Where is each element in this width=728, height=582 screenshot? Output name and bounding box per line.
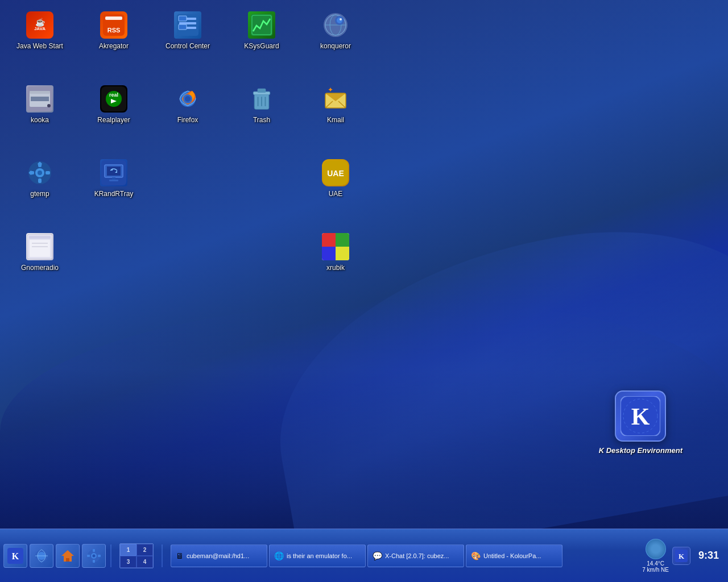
svg-rect-78 xyxy=(93,549,95,552)
icon-label-realplayer: Realplayer xyxy=(97,116,130,124)
taskbar-separator-2 xyxy=(162,544,163,567)
svg-text:K: K xyxy=(679,552,685,560)
icon-label-java: Java Web Start xyxy=(16,42,63,50)
svg-rect-79 xyxy=(93,560,95,563)
virtual-desktop-4[interactable]: 4 xyxy=(136,556,153,568)
virtual-desktop-2[interactable]: 2 xyxy=(136,544,153,556)
svg-point-22 xyxy=(47,104,51,107)
weather-icon xyxy=(646,539,666,559)
desktop: ☕ JAVA Java Web Start RSS Akregator xyxy=(0,0,728,529)
virtual-desktops[interactable]: 1 2 3 4 xyxy=(119,543,154,568)
svg-point-77 xyxy=(93,554,96,557)
terminal-task-label: cubeman@mail:/hd1... xyxy=(187,552,249,559)
desktop-icon-konqueror[interactable]: konqueror xyxy=(301,6,370,80)
svg-rect-54 xyxy=(107,167,121,176)
kde-gear-icon: K xyxy=(615,390,666,442)
desktop-icon-java-web-start[interactable]: ☕ JAVA Java Web Start xyxy=(6,6,74,80)
icon-label-control-center: Control Center xyxy=(166,42,210,50)
weather-widget[interactable]: 14.4°C 7 km/h NE xyxy=(642,539,669,573)
svg-point-16 xyxy=(337,18,342,23)
icon-label-gnomeradio: Gnomeradio xyxy=(21,264,59,272)
desktop-icon-akregator[interactable]: RSS Akregator xyxy=(80,6,148,80)
desktop-icon-gtemp[interactable]: gtemp xyxy=(6,153,74,227)
task-kolour[interactable]: 🎨 Untitled - KolourPa... xyxy=(466,544,562,567)
terminal-task-icon: 🖥 xyxy=(176,551,184,560)
svg-rect-1 xyxy=(105,16,122,20)
taskbar-tasks: 🖥 cubeman@mail:/hd1... 🌐 is their an emu… xyxy=(168,529,638,582)
desktop-icon-grid: ☕ JAVA Java Web Start RSS Akregator xyxy=(6,6,375,301)
browser-task-label: is their an emulator fo... xyxy=(287,552,352,559)
svg-rect-61 xyxy=(30,240,50,257)
weather-temp: 14.4°C xyxy=(647,560,664,567)
browser-task-icon: 🌐 xyxy=(274,551,284,560)
kde-environment-label: K Desktop Environment xyxy=(599,446,682,455)
desktop-icon-firefox[interactable]: Firefox xyxy=(154,80,222,153)
svg-rect-7 xyxy=(179,16,187,21)
svg-rect-33 xyxy=(258,89,266,93)
desktop-icon-trash[interactable]: Trash xyxy=(228,80,296,153)
svg-rect-47 xyxy=(38,178,42,183)
svg-text:K: K xyxy=(631,404,650,430)
taskbar-konqueror-button[interactable] xyxy=(30,544,53,568)
svg-rect-56 xyxy=(109,180,118,181)
svg-point-45 xyxy=(38,171,42,175)
desktop-icon-kooka[interactable]: kooka xyxy=(6,80,74,153)
svg-rect-74 xyxy=(66,558,69,562)
kde-menu-button[interactable]: K xyxy=(3,544,27,568)
kde-logo: K K Desktop Environment xyxy=(599,390,682,455)
svg-rect-49 xyxy=(46,171,50,174)
desktop-icon-realplayer[interactable]: real Realplayer xyxy=(80,80,148,153)
svg-rect-80 xyxy=(87,555,90,557)
desktop-icon-gnomeradio[interactable]: Gnomeradio xyxy=(6,227,74,301)
desktop-icon-kmail[interactable]: ✦ Kmail xyxy=(301,80,370,153)
icon-label-krandr-tray: KRandRTray xyxy=(94,190,134,198)
svg-point-17 xyxy=(340,18,342,20)
weather-wind: 7 km/h NE xyxy=(642,567,669,573)
svg-text:RSS: RSS xyxy=(107,27,121,34)
icon-label-kmail: Kmail xyxy=(327,116,344,124)
desktop-icon-xrubik[interactable]: xrubik xyxy=(301,227,370,301)
task-terminal[interactable]: 🖥 cubeman@mail:/hd1... xyxy=(171,544,267,567)
xchat-task-label: X-Chat [2.0.7]: cubez... xyxy=(385,552,449,559)
desktop-icon-control-center[interactable]: Control Center xyxy=(154,6,222,80)
svg-rect-60 xyxy=(29,236,51,239)
task-xchat[interactable]: 💬 X-Chat [2.0.7]: cubez... xyxy=(367,544,464,567)
svg-rect-81 xyxy=(98,555,101,557)
taskbar-system-tray: 14.4°C 7 km/h NE K 9:31 xyxy=(638,537,728,575)
svg-rect-5 xyxy=(179,22,196,24)
virtual-desktop-1[interactable]: 1 xyxy=(120,544,136,556)
icon-label-trash: Trash xyxy=(253,116,270,124)
icon-label-uae: UAE xyxy=(329,190,343,198)
kolour-task-icon: 🎨 xyxy=(471,551,481,560)
kolour-task-label: Untitled - KolourPa... xyxy=(483,552,541,559)
kde-tray-icon[interactable]: K xyxy=(672,547,690,565)
svg-rect-8 xyxy=(179,24,187,30)
svg-text:UAE: UAE xyxy=(327,169,344,178)
svg-text:K: K xyxy=(12,551,19,561)
icon-label-ksysguard: KSysGuard xyxy=(244,42,279,50)
desktop-icon-krandr-tray[interactable]: KRandRTray xyxy=(80,153,148,227)
desktop-icon-uae[interactable]: UAE UAE xyxy=(301,153,370,227)
xchat-task-icon: 💬 xyxy=(373,551,382,560)
task-browser[interactable]: 🌐 is their an emulator fo... xyxy=(269,544,366,567)
taskbar-separator xyxy=(110,544,111,567)
taskbar-quicklaunch: K xyxy=(0,529,168,582)
icon-label-gtemp: gtemp xyxy=(30,190,49,198)
icon-label-xrubik: xrubik xyxy=(326,264,345,272)
icon-label-konqueror: konqueror xyxy=(320,42,351,50)
svg-text:real: real xyxy=(109,92,118,98)
icon-label-kooka: kooka xyxy=(31,116,49,124)
system-clock[interactable]: 9:31 xyxy=(694,550,723,562)
taskbar-home-button[interactable] xyxy=(56,544,80,568)
virtual-desktop-3[interactable]: 3 xyxy=(120,556,136,568)
icon-label-akregator: Akregator xyxy=(99,42,129,50)
svg-point-30 xyxy=(185,96,191,102)
icon-label-firefox: Firefox xyxy=(177,116,198,124)
desktop-icon-ksysguard[interactable]: KSysGuard xyxy=(228,6,296,80)
svg-rect-21 xyxy=(30,91,50,94)
svg-text:✦: ✦ xyxy=(328,86,333,94)
taskbar: K xyxy=(0,529,728,582)
taskbar-settings-button[interactable] xyxy=(82,544,106,568)
svg-rect-20 xyxy=(31,97,49,101)
